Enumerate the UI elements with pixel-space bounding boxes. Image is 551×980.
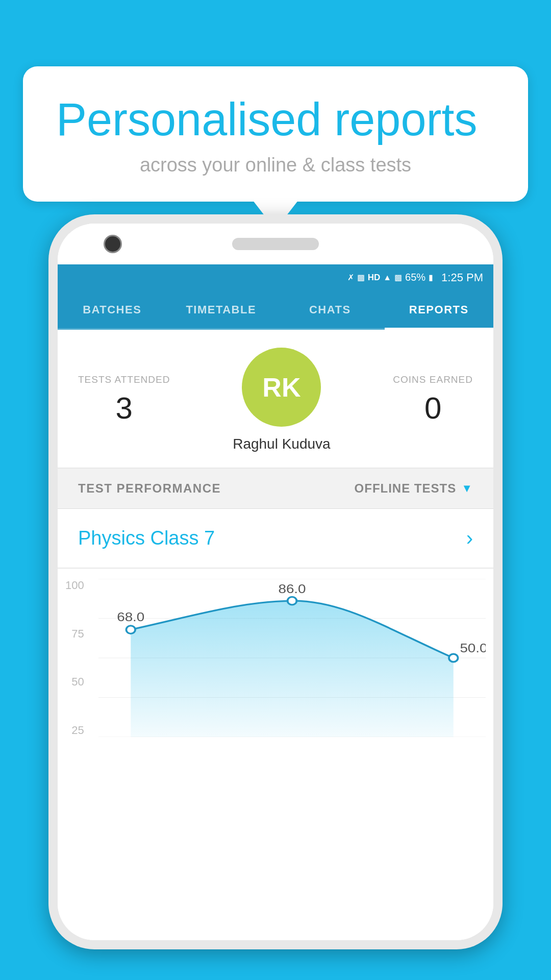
- speaker-grille: [232, 238, 319, 250]
- hd-icon: HD: [368, 273, 381, 283]
- section-header: TEST PERFORMANCE OFFLINE TESTS ▼: [58, 469, 493, 509]
- nav-tabs: BATCHES TIMETABLE CHATS REPORTS: [58, 291, 493, 330]
- battery-percent: 65%: [405, 272, 425, 283]
- coins-earned-block: COINS EARNED 0: [393, 374, 473, 426]
- avatar-block: RK Raghul Kuduva: [233, 348, 330, 452]
- tests-attended-value: 3: [78, 390, 170, 426]
- user-name: Raghul Kuduva: [233, 436, 330, 452]
- chart-point-3: [449, 654, 458, 662]
- y-label-75: 75: [71, 627, 84, 641]
- phone-inner: ✗ ▩ HD ▲ ▩ 65% ▮ 1:25 PM BATCHES: [58, 224, 493, 940]
- screen: ✗ ▩ HD ▲ ▩ 65% ▮ 1:25 PM BATCHES: [58, 263, 493, 940]
- avatar: RK: [242, 348, 321, 427]
- bubble-title: Personalised reports: [56, 94, 495, 145]
- vibrate-icon: ▩: [357, 273, 365, 282]
- test-performance-title: TEST PERFORMANCE: [78, 481, 221, 496]
- y-label-100: 100: [65, 579, 84, 592]
- chevron-down-icon: ▼: [461, 482, 473, 495]
- chart-area: 100 75 50 25: [58, 569, 493, 742]
- status-bar: ✗ ▩ HD ▲ ▩ 65% ▮ 1:25 PM: [58, 263, 493, 291]
- profile-section: TESTS ATTENDED 3 RK Raghul Kuduva COINS …: [58, 330, 493, 469]
- tab-timetable[interactable]: TIMETABLE: [167, 291, 276, 328]
- chart-fill: [131, 601, 454, 737]
- class-name: Physics Class 7: [78, 527, 215, 549]
- tests-attended-label: TESTS ATTENDED: [78, 374, 170, 385]
- phone-wrapper: ✗ ▩ HD ▲ ▩ 65% ▮ 1:25 PM BATCHES: [48, 214, 503, 980]
- wifi-icon: ▲: [383, 273, 391, 282]
- chart-label-1: 68.0: [117, 610, 144, 624]
- tab-chats[interactable]: CHATS: [276, 291, 385, 328]
- bubble-subtitle: across your online & class tests: [56, 154, 495, 176]
- chevron-right-icon: ›: [466, 527, 473, 550]
- tab-reports[interactable]: REPORTS: [385, 291, 494, 328]
- offline-tests-label: OFFLINE TESTS: [355, 481, 457, 496]
- chart-svg-wrapper: 68.0 86.0 50.0: [98, 579, 486, 737]
- status-time: 1:25 PM: [441, 271, 483, 284]
- tests-attended-block: TESTS ATTENDED 3: [78, 374, 170, 426]
- speech-bubble: Personalised reports across your online …: [23, 66, 528, 202]
- y-label-25: 25: [71, 724, 84, 737]
- battery-icon: ▮: [429, 273, 433, 282]
- chart-label-3: 50.0: [460, 641, 486, 655]
- y-label-50: 50: [71, 675, 84, 689]
- phone-outer: ✗ ▩ HD ▲ ▩ 65% ▮ 1:25 PM BATCHES: [48, 214, 503, 949]
- performance-chart: 68.0 86.0 50.0: [98, 579, 486, 737]
- chart-point-2: [288, 597, 297, 605]
- chart-label-2: 86.0: [278, 581, 306, 596]
- coins-earned-value: 0: [393, 390, 473, 426]
- signal-icon: ▩: [394, 273, 402, 282]
- phone-top-bar: [58, 224, 493, 264]
- status-icons: ✗ ▩ HD ▲ ▩ 65% ▮: [347, 272, 433, 283]
- physics-class-row[interactable]: Physics Class 7 ›: [58, 509, 493, 569]
- camera-icon: [104, 235, 122, 253]
- chart-point-1: [126, 626, 135, 634]
- offline-tests-filter[interactable]: OFFLINE TESTS ▼: [355, 481, 473, 496]
- bluetooth-icon: ✗: [347, 273, 354, 282]
- coins-earned-label: COINS EARNED: [393, 374, 473, 385]
- tab-batches[interactable]: BATCHES: [58, 291, 167, 328]
- avatar-initials: RK: [262, 372, 300, 403]
- chart-y-labels: 100 75 50 25: [65, 579, 89, 737]
